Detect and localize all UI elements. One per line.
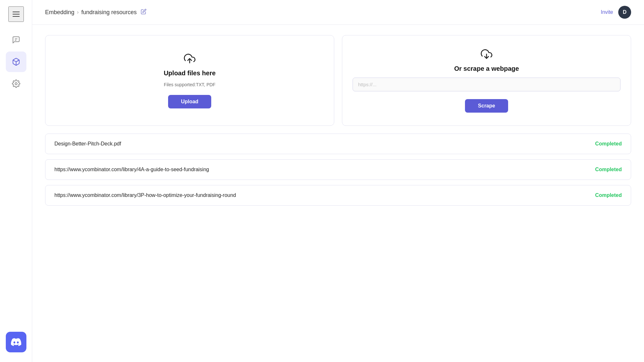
file-name: https://www.ycombinator.com/library/4A-a… bbox=[54, 167, 209, 172]
sidebar-item-chat[interactable] bbox=[6, 30, 26, 50]
breadcrumb-current: fundraising resources bbox=[81, 9, 137, 16]
sidebar-item-settings[interactable] bbox=[6, 73, 26, 94]
upload-title: Upload files here bbox=[164, 70, 215, 77]
content-area: Upload files here Files supported:TXT, P… bbox=[32, 25, 644, 221]
header: Embedding › fundraising resources Invite… bbox=[32, 0, 644, 25]
file-name: https://www.ycombinator.com/library/3P-h… bbox=[54, 192, 236, 198]
panels-row: Upload files here Files supported:TXT, P… bbox=[45, 35, 631, 126]
sidebar-nav bbox=[0, 30, 32, 329]
avatar[interactable]: D bbox=[618, 6, 631, 19]
url-input[interactable] bbox=[353, 78, 620, 91]
upload-panel: Upload files here Files supported:TXT, P… bbox=[45, 35, 334, 126]
edit-icon[interactable] bbox=[141, 9, 147, 16]
cloud-download-icon bbox=[481, 48, 492, 60]
invite-button[interactable]: Invite bbox=[601, 9, 613, 15]
discord-button[interactable] bbox=[6, 332, 26, 352]
file-row: https://www.ycombinator.com/library/4A-a… bbox=[45, 159, 631, 180]
main-content: Embedding › fundraising resources Invite… bbox=[32, 0, 644, 362]
scrape-button[interactable]: Scrape bbox=[465, 99, 508, 113]
file-status: Completed bbox=[595, 141, 622, 147]
file-status: Completed bbox=[595, 167, 622, 172]
file-row: Design-Better-Pitch-Deck.pdfCompleted bbox=[45, 134, 631, 154]
file-status: Completed bbox=[595, 192, 622, 198]
upload-subtitle: Files supported:TXT, PDF bbox=[164, 82, 215, 87]
sidebar bbox=[0, 0, 32, 362]
scrape-title: Or scrape a webpage bbox=[454, 65, 519, 72]
files-list: Design-Better-Pitch-Deck.pdfCompletedhtt… bbox=[45, 134, 631, 211]
header-right: Invite D bbox=[601, 6, 631, 19]
breadcrumb: Embedding › fundraising resources bbox=[45, 9, 147, 16]
breadcrumb-parent[interactable]: Embedding bbox=[45, 9, 74, 16]
upload-icon bbox=[184, 53, 195, 64]
sidebar-item-embed[interactable] bbox=[6, 51, 26, 72]
upload-button[interactable]: Upload bbox=[168, 95, 211, 108]
svg-line-3 bbox=[16, 60, 19, 62]
file-name: Design-Better-Pitch-Deck.pdf bbox=[54, 141, 121, 147]
breadcrumb-separator: › bbox=[77, 9, 79, 15]
menu-button[interactable] bbox=[8, 6, 24, 22]
scrape-panel: Or scrape a webpage Scrape bbox=[342, 35, 631, 126]
file-row: https://www.ycombinator.com/library/3P-h… bbox=[45, 185, 631, 206]
svg-point-4 bbox=[15, 83, 17, 85]
